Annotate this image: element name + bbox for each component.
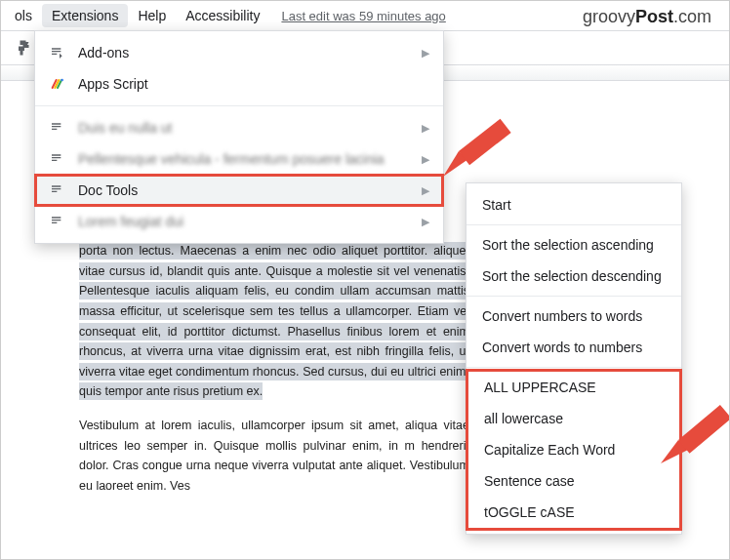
menu-item-label: Pellentesque vehicula - fermentum posuer…	[78, 151, 385, 167]
chevron-right-icon: ▶	[422, 47, 429, 60]
extension-icon	[47, 151, 68, 167]
extension-icon	[47, 182, 68, 198]
submenu-all-uppercase[interactable]: ALL UPPERCASE	[468, 372, 679, 403]
menu-help[interactable]: Help	[128, 4, 176, 27]
menu-item-extension-blurred[interactable]: Duis eu nulla ut ▶	[35, 112, 443, 143]
menu-item-label: Add-ons	[78, 45, 129, 60]
menu-item-addons[interactable]: Add-ons ▶	[35, 37, 443, 68]
chevron-right-icon: ▶	[422, 184, 429, 197]
menu-divider	[466, 367, 681, 368]
menu-item-label: Duis eu nulla ut	[78, 120, 173, 136]
chevron-right-icon: ▶	[422, 153, 429, 166]
submenu-all-lowercase[interactable]: all lowercase	[468, 403, 679, 434]
case-options-highlight: ALL UPPERCASE all lowercase Capitalize E…	[468, 372, 679, 528]
menu-item-extension-blurred[interactable]: Pellentesque vehicula - fermentum posuer…	[35, 143, 443, 175]
annotation-arrow	[657, 401, 730, 487]
extensions-menu: Add-ons ▶ Apps Script Duis eu nulla ut ▶…	[34, 30, 444, 244]
watermark-brand: groovyPost.com	[583, 7, 711, 27]
last-edit-info[interactable]: Last edit was 59 minutes ago	[281, 9, 445, 23]
submenu-numbers-to-words[interactable]: Convert numbers to words	[466, 300, 681, 332]
menu-item-extension-blurred[interactable]: Lorem feugiat dui ▶	[35, 206, 443, 237]
menu-item-appsscript[interactable]: Apps Script	[35, 68, 443, 100]
menu-item-label: Lorem feugiat dui	[78, 214, 183, 229]
submenu-sentence-case[interactable]: Sentence case	[468, 465, 679, 497]
svg-rect-4	[678, 405, 730, 454]
menu-divider	[466, 296, 681, 297]
extension-icon	[47, 214, 68, 229]
menu-accessibility[interactable]: Accessibility	[176, 4, 269, 27]
document-body: porta non lectus. Maecenas a enim nec od…	[79, 241, 469, 510]
paragraph-text: Vestibulum at lorem iaculis, ullamcorper…	[79, 416, 469, 497]
submenu-words-to-numbers[interactable]: Convert words to numbers	[466, 332, 681, 363]
addons-icon	[47, 45, 68, 60]
menu-item-doctools[interactable]: Doc Tools ▶	[35, 175, 443, 206]
submenu-sort-asc[interactable]: Sort the selection ascending	[466, 229, 681, 260]
submenu-toggle-case[interactable]: tOGGLE cASE	[468, 497, 679, 528]
menu-item-label: Apps Script	[78, 76, 148, 92]
menu-divider	[35, 105, 443, 106]
submenu-start[interactable]: Start	[466, 189, 681, 220]
submenu-capitalize-each-word[interactable]: Capitalize Each Word	[468, 434, 679, 465]
chevron-right-icon: ▶	[422, 216, 429, 228]
menu-extensions[interactable]: Extensions	[42, 4, 128, 27]
doctools-submenu: Start Sort the selection ascending Sort …	[466, 182, 682, 535]
svg-point-0	[61, 79, 63, 82]
menu-divider	[466, 224, 681, 225]
menu-item-label: Doc Tools	[78, 182, 138, 198]
selected-text: porta non lectus. Maecenas a enim nec od…	[79, 242, 469, 400]
submenu-sort-desc[interactable]: Sort the selection descending	[466, 260, 681, 292]
appsscript-icon	[47, 76, 68, 92]
annotation-arrow	[439, 114, 517, 192]
chevron-right-icon: ▶	[422, 122, 429, 135]
menu-tools[interactable]: ols	[5, 4, 42, 27]
extension-icon	[47, 120, 68, 136]
svg-rect-2	[459, 119, 511, 165]
